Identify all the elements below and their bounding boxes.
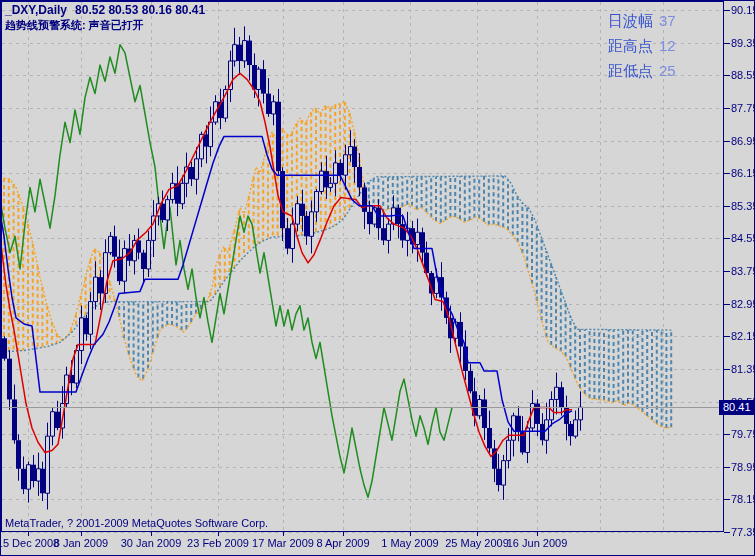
y-axis-label: 85.35 <box>731 200 755 212</box>
x-axis-label: 8 Jan 2009 <box>41 537 121 549</box>
stat-row: 日波幅37 <box>608 8 676 33</box>
x-axis-label: 16 Jun 2009 <box>497 537 577 549</box>
ohlc-quote-label: 80.52 80.53 80.16 80.41 <box>75 3 205 17</box>
y-axis-label: 90.15 <box>731 4 755 16</box>
stat-value: 12 <box>659 37 676 54</box>
stat-value: 37 <box>659 12 676 29</box>
stat-row: 距高点12 <box>608 33 676 58</box>
mt4-chart-window: _DXY,Daily80.52 80.53 80.16 80.41 趋势线预警系… <box>0 0 755 556</box>
trendline-alert-status: 趋势线预警系统: 声音已打开 <box>5 18 144 33</box>
y-axis-label: 86.95 <box>731 135 755 147</box>
copyright-text: MetaTrader, ? 2001-2009 MetaQuotes Softw… <box>5 517 268 529</box>
y-axis-label: 89.35 <box>731 37 755 49</box>
stat-value: 25 <box>659 62 676 79</box>
y-axis-label: 82.95 <box>731 298 755 310</box>
overlay-stats-panel: 日波幅37距高点12距低点25 <box>608 8 676 83</box>
y-axis-label: 78.15 <box>731 493 755 505</box>
y-axis-label: 83.75 <box>731 265 755 277</box>
chart-title: _DXY,Daily80.52 80.53 80.16 80.41 <box>5 3 205 17</box>
price-chart-canvas[interactable] <box>0 0 755 556</box>
stat-label: 距高点 <box>608 37 653 54</box>
y-axis-label: 81.35 <box>731 363 755 375</box>
y-axis-label: 87.75 <box>731 102 755 114</box>
y-axis-label: 88.55 <box>731 69 755 81</box>
y-axis-label: 86.15 <box>731 167 755 179</box>
current-price-tag: 80.41 <box>719 400 755 415</box>
current-price-value: 80.41 <box>723 401 751 413</box>
y-axis-label: 82.15 <box>731 330 755 342</box>
y-axis-label: 84.55 <box>731 232 755 244</box>
stat-label: 距低点 <box>608 62 653 79</box>
stat-label: 日波幅 <box>608 12 653 29</box>
y-axis-label: 77.35 <box>731 526 755 538</box>
y-axis-label: 78.95 <box>731 461 755 473</box>
symbol-timeframe-label: _DXY,Daily <box>5 3 67 17</box>
stat-row: 距低点25 <box>608 58 676 83</box>
y-axis-label: 79.75 <box>731 428 755 440</box>
